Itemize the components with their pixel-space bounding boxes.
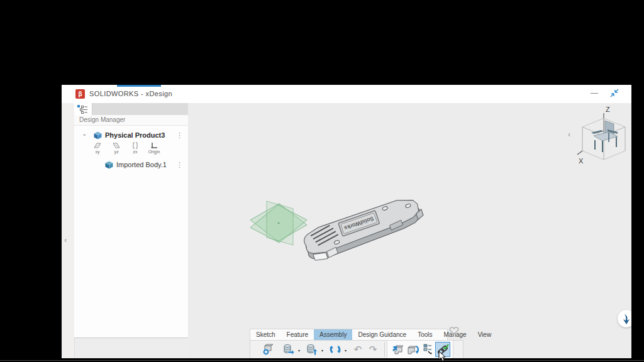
plane-yz-icon <box>111 142 121 149</box>
left-rail: ‹ <box>62 103 75 358</box>
undo-button[interactable]: ↶ <box>350 342 365 357</box>
redo-button[interactable]: ↷ <box>365 342 380 357</box>
origin-label: Origin <box>145 150 164 154</box>
mouse-cursor <box>438 351 446 362</box>
component-pattern-button[interactable] <box>420 342 435 357</box>
chair-orientation-icon <box>591 121 618 152</box>
design-manager-tab[interactable] <box>74 103 92 115</box>
reference-planes-row: xy yz zx Origi <box>74 142 188 160</box>
panel-collapse-chevron[interactable]: ‹ <box>64 235 67 244</box>
open-from-database-button[interactable]: ▾ <box>281 342 296 357</box>
plane-yz[interactable]: yz <box>107 142 126 154</box>
help-fab-button[interactable] <box>618 310 631 327</box>
component-cube-icon <box>94 131 102 140</box>
minimize-button[interactable]: — <box>589 89 600 99</box>
replace-component-button[interactable] <box>405 342 420 357</box>
plane-zx-icon <box>130 142 140 149</box>
toolbar-separator <box>384 342 385 357</box>
plane-xy-icon <box>92 142 103 149</box>
plane-zx[interactable]: zx <box>126 142 145 154</box>
undo-icon: ↶ <box>354 344 362 354</box>
dropdown-caret[interactable]: ▾ <box>321 348 323 353</box>
dropdown-caret[interactable]: ▾ <box>345 348 347 353</box>
tree-list-icon <box>77 105 88 114</box>
insert-new-component-button[interactable] <box>260 342 275 357</box>
update-button[interactable]: ▾ <box>328 342 343 357</box>
progress-accent-bar <box>117 85 161 87</box>
tab-tools[interactable]: Tools <box>412 329 438 340</box>
panel-title: Design Manager <box>79 116 125 123</box>
panel-tabstrip <box>74 103 188 115</box>
collapse-arrows-icon <box>610 89 619 97</box>
expand-chevron-icon[interactable]: ⌄ <box>82 130 87 137</box>
new-component-icon <box>262 343 274 356</box>
component-pattern-icon <box>421 343 434 356</box>
insert-component-icon <box>391 343 404 356</box>
fab-arrow-icon <box>618 310 631 327</box>
imported-body-context-menu-icon[interactable]: ⋮ <box>176 160 183 169</box>
imported-body-label[interactable]: Imported Body.1 <box>116 161 167 168</box>
solidworks-logo-icon: β <box>75 89 85 99</box>
dropdown-caret[interactable]: ▾ <box>298 348 300 353</box>
root-context-menu-icon[interactable]: ⋮ <box>176 131 183 140</box>
origin-axes-icon <box>149 142 159 149</box>
plane-yz-label: yz <box>107 150 126 154</box>
database-export-icon <box>282 343 295 356</box>
titlebar: β SOLIDWORKS - xDesign — <box>62 85 631 104</box>
design-manager-panel: Design Manager ⌄ Physical Product3 ⋮ xy <box>74 103 189 338</box>
exit-fullscreen-button[interactable] <box>610 89 621 99</box>
ribbon-tab-bar: Sketch Feature Assembly Design Guidance … <box>250 329 448 341</box>
screen-bottom-line <box>0 360 644 361</box>
root-node-label[interactable]: Physical Product3 <box>105 131 165 139</box>
graphics-viewport[interactable]: SolidWorks ‹ Z <box>188 103 631 358</box>
window-title: SOLIDWORKS - xDesign <box>89 90 172 97</box>
viewcube-z-label: Z <box>606 106 610 113</box>
viewcube-collapse-chevron[interactable]: ‹ <box>568 129 570 139</box>
database-upload-icon <box>306 343 318 356</box>
redo-icon: ↷ <box>369 344 377 354</box>
viewcube-x-label: X <box>579 157 584 165</box>
ribbon-tool-bar: ▾ ▾ ▾ ↶ <box>250 340 464 358</box>
tab-design-guidance[interactable]: Design Guidance <box>352 329 412 340</box>
plane-xy[interactable]: xy <box>88 142 107 154</box>
tab-feature[interactable]: Feature <box>281 329 314 340</box>
tab-sketch[interactable]: Sketch <box>250 329 281 340</box>
plane-xy-label: xy <box>88 150 107 154</box>
save-to-database-button[interactable]: ▾ <box>304 342 319 357</box>
refresh-icon <box>329 343 341 356</box>
tab-assembly[interactable]: Assembly <box>314 329 352 340</box>
model-3d-body[interactable]: SolidWorks <box>294 189 430 267</box>
insert-component-button[interactable] <box>390 342 405 357</box>
view-cube[interactable]: Z X <box>575 104 631 170</box>
tree-row-root[interactable]: ⌄ Physical Product3 ⋮ <box>74 129 188 141</box>
favorites-heart-icon[interactable] <box>448 326 460 335</box>
tree-row-imported-body[interactable]: Imported Body.1 ⋮ <box>74 159 188 170</box>
xdesign-window: β SOLIDWORKS - xDesign — ‹ <box>62 85 631 358</box>
replace-component-icon <box>406 343 419 356</box>
plane-origin[interactable]: Origin <box>145 142 164 154</box>
body-cube-icon <box>105 161 113 169</box>
plane-zx-label: zx <box>126 150 145 154</box>
panel-header: Design Manager <box>74 115 188 126</box>
tab-view[interactable]: View <box>472 329 497 340</box>
